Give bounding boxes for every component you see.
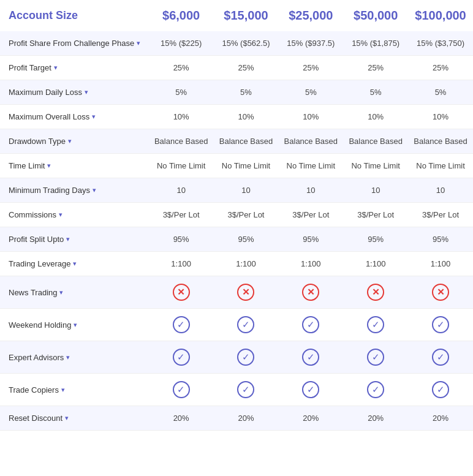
check-icon: ✓	[432, 316, 449, 333]
cell-8-3: 95%	[343, 227, 408, 252]
chevron-down-icon[interactable]: ▾	[61, 386, 65, 394]
table-row: Profit Split Upto▾95%95%95%95%95%	[0, 227, 473, 252]
check-icon: ✓	[432, 381, 449, 398]
cell-0-2: 15% ($937.5)	[278, 31, 343, 56]
cell-11-3: ✓	[343, 309, 408, 341]
chevron-down-icon[interactable]: ▾	[74, 321, 77, 329]
cell-9-3: 1:100	[343, 252, 408, 276]
row-label-4: Drawdown Type▾	[0, 129, 149, 154]
cell-12-3: ✓	[343, 341, 408, 374]
cell-12-1: ✓	[214, 341, 279, 374]
check-icon: ✓	[237, 349, 254, 366]
cell-2-0: 5%	[149, 80, 214, 105]
chevron-down-icon[interactable]: ▾	[93, 186, 96, 194]
cell-13-4: ✓	[408, 374, 473, 406]
cell-11-4: ✓	[408, 309, 473, 341]
cell-10-0: ✕	[149, 276, 214, 309]
table-row: Weekend Holding▾✓✓✓✓✓	[0, 309, 473, 341]
cell-9-1: 1:100	[214, 252, 279, 276]
row-label-text: Drawdown Type	[9, 137, 66, 146]
cell-1-0: 25%	[149, 56, 214, 80]
cell-1-4: 25%	[408, 56, 473, 80]
row-label-text: Minimum Trading Days	[9, 186, 90, 195]
cross-icon: ✕	[432, 284, 449, 301]
cell-12-2: ✓	[278, 341, 343, 374]
column-header-4: $100,000	[408, 0, 473, 31]
cell-4-2: Balance Based	[278, 129, 343, 154]
row-label-5: Time Limit▾	[0, 154, 149, 178]
cell-12-4: ✓	[408, 341, 473, 374]
row-label-text: Profit Target	[9, 63, 51, 72]
check-icon: ✓	[237, 381, 254, 398]
chevron-down-icon[interactable]: ▾	[73, 260, 77, 268]
row-label-0: Profit Share From Challenge Phase▾	[0, 31, 149, 56]
cell-2-1: 5%	[214, 80, 279, 105]
cell-7-0: 3$/Per Lot	[149, 203, 214, 227]
row-label-text: Profit Split Upto	[9, 235, 64, 244]
table-row: Reset Discount▾20%20%20%20%20%	[0, 406, 473, 431]
chevron-down-icon[interactable]: ▾	[54, 64, 58, 72]
comparison-table: Account Size$6,000$15,000$25,000$50,000$…	[0, 0, 473, 431]
cell-5-4: No Time Limit	[408, 154, 473, 178]
cell-5-0: No Time Limit	[149, 154, 214, 178]
cell-6-3: 10	[343, 178, 408, 203]
row-label-6: Minimum Trading Days▾	[0, 178, 149, 203]
check-icon: ✓	[367, 349, 384, 366]
row-label-3: Maximum Overall Loss▾	[0, 105, 149, 129]
account-size-header: Account Size	[0, 0, 149, 31]
chevron-down-icon[interactable]: ▾	[85, 88, 88, 96]
cell-3-3: 10%	[343, 105, 408, 129]
chevron-down-icon[interactable]: ▾	[137, 39, 140, 47]
table-row: Profit Share From Challenge Phase▾15% ($…	[0, 31, 473, 56]
row-label-13: Trade Copiers▾	[0, 374, 149, 406]
cell-10-3: ✕	[343, 276, 408, 309]
chevron-down-icon[interactable]: ▾	[59, 211, 62, 219]
table-row: Maximum Overall Loss▾10%10%10%10%10%	[0, 105, 473, 129]
cell-4-4: Balance Based	[408, 129, 473, 154]
cell-14-0: 20%	[149, 406, 214, 431]
cell-7-1: 3$/Per Lot	[214, 203, 279, 227]
cell-0-4: 15% ($3,750)	[408, 31, 473, 56]
cross-icon: ✕	[173, 284, 190, 301]
chevron-down-icon[interactable]: ▾	[65, 414, 69, 422]
column-header-2: $25,000	[278, 0, 343, 31]
cell-1-3: 25%	[343, 56, 408, 80]
cell-10-2: ✕	[278, 276, 343, 309]
cell-1-1: 25%	[214, 56, 279, 80]
table-row: Minimum Trading Days▾1010101010	[0, 178, 473, 203]
cell-6-1: 10	[214, 178, 279, 203]
cell-9-2: 1:100	[278, 252, 343, 276]
cell-6-2: 10	[278, 178, 343, 203]
cell-7-2: 3$/Per Lot	[278, 203, 343, 227]
cell-13-0: ✓	[149, 374, 214, 406]
cross-icon: ✕	[367, 284, 384, 301]
cell-8-0: 95%	[149, 227, 214, 252]
chevron-down-icon[interactable]: ▾	[66, 235, 70, 243]
cell-5-1: No Time Limit	[214, 154, 279, 178]
row-label-text: Profit Share From Challenge Phase	[9, 39, 134, 48]
row-label-text: News Trading	[9, 288, 57, 297]
table-row: Trading Leverage▾1:1001:1001:1001:1001:1…	[0, 252, 473, 276]
cell-14-4: 20%	[408, 406, 473, 431]
cell-0-1: 15% ($562.5)	[214, 31, 279, 56]
cell-11-2: ✓	[278, 309, 343, 341]
row-label-text: Time Limit	[9, 161, 45, 170]
check-icon: ✓	[302, 381, 319, 398]
cell-5-3: No Time Limit	[343, 154, 408, 178]
cell-5-2: No Time Limit	[278, 154, 343, 178]
cell-3-0: 10%	[149, 105, 214, 129]
chevron-down-icon[interactable]: ▾	[47, 162, 51, 170]
row-label-1: Profit Target▾	[0, 56, 149, 80]
chevron-down-icon[interactable]: ▾	[59, 289, 63, 297]
cell-11-0: ✓	[149, 309, 214, 341]
cell-6-0: 10	[149, 178, 214, 203]
cell-11-1: ✓	[214, 309, 279, 341]
cell-7-3: 3$/Per Lot	[343, 203, 408, 227]
cell-1-2: 25%	[278, 56, 343, 80]
row-label-9: Trading Leverage▾	[0, 252, 149, 276]
chevron-down-icon[interactable]: ▾	[66, 353, 70, 361]
cell-4-0: Balance Based	[149, 129, 214, 154]
cell-14-2: 20%	[278, 406, 343, 431]
chevron-down-icon[interactable]: ▾	[68, 137, 72, 145]
chevron-down-icon[interactable]: ▾	[92, 113, 96, 121]
